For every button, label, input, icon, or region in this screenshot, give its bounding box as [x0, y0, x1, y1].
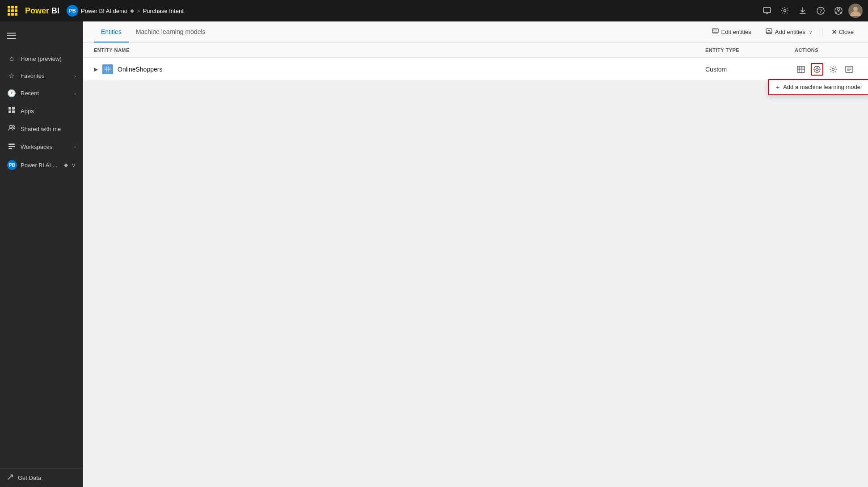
sidebar-hamburger[interactable] — [4, 28, 20, 44]
workspace-avatar: PB — [67, 5, 78, 17]
svg-point-41 — [816, 68, 818, 70]
svg-rect-20 — [8, 146, 15, 147]
entity-row-actions: + Add a machine learning model — [795, 63, 857, 76]
recent-icon: 🕐 — [7, 89, 16, 97]
app-logo: Power BI — [25, 6, 59, 16]
svg-rect-35 — [797, 66, 805, 72]
sidebar-item-workspaces-label: Workspaces — [21, 144, 70, 150]
svg-rect-14 — [12, 107, 15, 110]
svg-rect-19 — [8, 144, 15, 145]
entity-table: ENTITY NAME ENTITY TYPE ACTIONS ▶ — [83, 43, 868, 81]
table-row: ▶ OnlineShoppers Custom — [83, 58, 868, 81]
ml-dropdown-label: Add a machine learning model — [783, 84, 862, 90]
add-entities-label: Add entities — [775, 29, 805, 35]
shared-icon — [7, 124, 16, 133]
download-icon[interactable] — [795, 3, 811, 19]
col-header-entity-name: ENTITY NAME — [94, 47, 705, 53]
user-face-icon[interactable] — [830, 3, 847, 19]
add-entities-chevron[interactable]: ∨ — [809, 30, 812, 34]
col-header-actions: ACTIONS — [795, 47, 857, 53]
svg-rect-13 — [8, 107, 11, 110]
topbar: Power BI PB Power BI AI demo ◆ > Purchas… — [0, 0, 868, 21]
sidebar-workspace-item[interactable]: PB Power BI AI ... ◆ ∨ — [0, 156, 83, 174]
sidebar-item-shared[interactable]: Shared with me — [0, 120, 83, 138]
sidebar-item-favorites[interactable]: ☆ Favorites › — [0, 67, 83, 85]
svg-rect-23 — [712, 29, 718, 33]
chevron-right-icon: › — [74, 91, 76, 96]
get-data-label: Get Data — [18, 474, 41, 481]
edit-entities-button[interactable]: Edit entities — [708, 25, 756, 39]
sidebar-item-apps[interactable]: Apps — [0, 102, 83, 120]
workspace-chevron-icon: ∨ — [72, 162, 76, 169]
breadcrumb: PB Power BI AI demo ◆ > Purchase Intent — [67, 5, 184, 17]
chevron-right-icon: › — [74, 73, 76, 79]
action-divider — [822, 28, 822, 37]
entity-action-list-icon[interactable] — [843, 63, 855, 76]
svg-point-46 — [832, 68, 834, 70]
entity-action-ml-icon[interactable] — [811, 63, 823, 76]
content-tab-actions: Edit entities Add entities ∨ — [708, 25, 857, 39]
workspace-avatar-sidebar: PB — [7, 160, 17, 170]
table-entity-icon — [102, 64, 113, 74]
help-icon[interactable]: ? — [813, 3, 829, 19]
entity-action-settings-icon[interactable] — [827, 63, 839, 76]
svg-rect-0 — [763, 8, 771, 13]
svg-point-3 — [784, 10, 786, 12]
main-layout: ⌂ Home (preview) ☆ Favorites › 🕐 Recent … — [0, 21, 868, 487]
sidebar-item-shared-label: Shared with me — [21, 126, 76, 132]
tab-entities[interactable]: Entities — [94, 21, 129, 42]
svg-point-7 — [838, 8, 840, 11]
waffle-menu[interactable] — [5, 4, 20, 18]
diamond-icon: ◆ — [130, 8, 134, 14]
plus-icon: + — [776, 84, 780, 91]
add-icon — [766, 28, 772, 36]
svg-point-18 — [13, 126, 15, 128]
expand-icon[interactable]: ▶ — [94, 66, 98, 72]
settings-icon[interactable] — [777, 3, 793, 19]
entity-table-header: ENTITY NAME ENTITY TYPE ACTIONS — [83, 43, 868, 58]
entity-action-table-icon[interactable] — [795, 63, 807, 76]
svg-rect-16 — [12, 110, 15, 113]
sidebar-item-favorites-label: Favorites — [21, 72, 70, 79]
close-label: Close — [839, 29, 854, 35]
svg-text:?: ? — [819, 8, 822, 14]
svg-rect-30 — [104, 66, 111, 72]
content-header: Entities Machine learning models Edit en… — [83, 21, 868, 43]
edit-entities-label: Edit entities — [721, 29, 751, 35]
get-data-button[interactable]: Get Data — [7, 474, 76, 482]
user-avatar[interactable] — [848, 4, 863, 18]
entity-name: OnlineShoppers — [118, 66, 162, 73]
entity-type: Custom — [705, 66, 795, 73]
sidebar: ⌂ Home (preview) ☆ Favorites › 🕐 Recent … — [0, 21, 83, 487]
svg-rect-21 — [8, 148, 12, 149]
sidebar-item-recent-label: Recent — [21, 90, 70, 97]
sidebar-item-workspaces[interactable]: Workspaces › — [0, 138, 83, 156]
content-tabs: Entities Machine learning models — [94, 21, 213, 42]
chevron-right-icon: › — [74, 144, 76, 149]
sidebar-item-home[interactable]: ⌂ Home (preview) — [0, 50, 83, 67]
apps-icon — [7, 106, 16, 115]
breadcrumb-workspace[interactable]: Power BI AI demo — [81, 8, 127, 14]
svg-point-17 — [9, 125, 12, 128]
edit-icon — [712, 28, 719, 36]
favorites-icon: ☆ — [7, 72, 16, 80]
ml-dropdown-popup[interactable]: + Add a machine learning model — [768, 79, 868, 95]
home-icon: ⌂ — [7, 55, 16, 63]
diamond-icon-sidebar: ◆ — [64, 162, 68, 168]
sidebar-item-apps-label: Apps — [21, 108, 76, 114]
tab-ml-models[interactable]: Machine learning models — [129, 21, 213, 42]
monitor-icon[interactable] — [759, 3, 775, 19]
svg-point-9 — [853, 7, 858, 11]
svg-rect-15 — [8, 110, 11, 113]
workspaces-icon — [7, 142, 16, 151]
content-body: ENTITY NAME ENTITY TYPE ACTIONS ▶ — [83, 43, 868, 487]
get-data-icon — [7, 474, 13, 482]
add-entities-button[interactable]: Add entities ∨ — [761, 25, 817, 39]
col-header-entity-type: ENTITY TYPE — [705, 47, 795, 53]
sidebar-item-recent[interactable]: 🕐 Recent › — [0, 85, 83, 102]
topbar-actions: ? — [759, 3, 863, 19]
breadcrumb-separator: > — [137, 8, 140, 14]
close-icon: ✕ — [831, 28, 837, 36]
breadcrumb-item[interactable]: Purchase Intent — [143, 8, 184, 14]
close-button[interactable]: ✕ Close — [828, 25, 857, 39]
